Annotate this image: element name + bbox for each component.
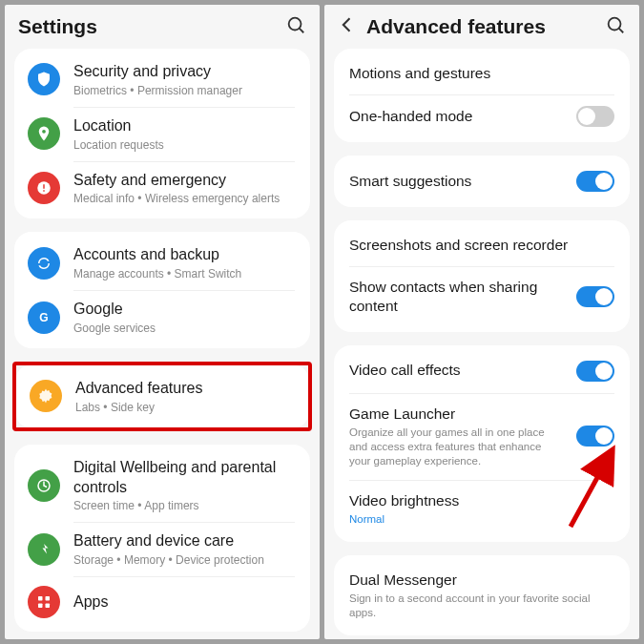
settings-panel: Settings Security and privacy Biometrics…: [5, 5, 320, 639]
group-security: Security and privacy Biometrics • Permis…: [14, 49, 310, 218]
row-smart-suggestions[interactable]: Smart suggestions: [334, 159, 630, 203]
row-sub: Biometrics • Permission manager: [73, 84, 297, 97]
row-body: Accounts and backup Manage accounts • Sm…: [73, 245, 297, 280]
advanced-features-panel: Advanced features Motions and gestures O…: [324, 5, 639, 639]
row-motions-gestures[interactable]: Motions and gestures: [334, 52, 630, 94]
toggle-game-launcher[interactable]: [576, 426, 614, 447]
row-dual-messenger[interactable]: Dual Messenger Sign in to a second accou…: [334, 559, 630, 632]
row-title: Video brightness: [349, 491, 614, 510]
svg-point-2: [42, 130, 46, 134]
header: Advanced features: [324, 5, 639, 49]
row-title: One-handed mode: [349, 107, 563, 126]
row-title: Google: [73, 300, 297, 320]
row-security-privacy[interactable]: Security and privacy Biometrics • Permis…: [14, 52, 310, 107]
row-sub: Location requests: [73, 138, 297, 152]
row-title: Smart suggestions: [349, 172, 563, 191]
group-wellbeing: Digital Wellbeing and parental controls …: [14, 445, 310, 632]
row-body: Apps: [73, 592, 297, 613]
battery-icon: [28, 533, 60, 566]
row-one-handed[interactable]: One-handed mode: [334, 94, 630, 138]
row-advanced-features[interactable]: Advanced features Labs • Side key: [16, 369, 308, 424]
toggle-video-call-effects[interactable]: [576, 361, 614, 382]
row-sub: Screen time • App timers: [73, 499, 297, 512]
row-body: Battery and device care Storage • Memory…: [73, 531, 297, 567]
row-title: Video call effects: [349, 361, 563, 380]
row-sub: Medical info • Wireless emergency alerts: [73, 192, 297, 205]
page-title: Advanced features: [366, 15, 595, 38]
highlight-box: Advanced features Labs • Side key: [12, 362, 312, 431]
row-sub: Labs • Side key: [75, 401, 295, 414]
row-body: Advanced features Labs • Side key: [75, 379, 295, 414]
row-video-call-effects[interactable]: Video call effects: [334, 349, 630, 393]
group-motions: Motions and gestures One-handed mode: [334, 49, 630, 142]
alert-icon: [28, 172, 60, 204]
row-title: Motions and gestures: [349, 64, 614, 83]
row-title: Digital Wellbeing and parental controls: [73, 458, 297, 498]
group-video: Video call effects Game Launcher Organiz…: [334, 345, 630, 542]
svg-rect-5: [43, 190, 45, 192]
row-sub: Normal: [349, 512, 614, 527]
row-show-contacts[interactable]: Show contacts when sharing content: [334, 266, 630, 327]
row-body: Safety and emergency Medical info • Wire…: [73, 171, 297, 206]
toggle-one-handed[interactable]: [576, 106, 614, 127]
svg-rect-10: [46, 596, 51, 601]
svg-text:G: G: [39, 310, 48, 323]
wellbeing-icon: [28, 469, 60, 502]
group-smart: Smart suggestions: [334, 156, 630, 207]
row-body: Google Google services: [73, 300, 297, 335]
google-icon: G: [28, 301, 60, 334]
row-sub: Sign in to a second account in your favo…: [349, 592, 614, 620]
row-body: Location Location requests: [73, 116, 297, 152]
row-title: Accounts and backup: [73, 245, 297, 265]
row-title: Security and privacy: [73, 62, 297, 82]
group-screenshots: Screenshots and screen recorder Show con…: [334, 220, 630, 331]
row-apps[interactable]: Apps: [14, 576, 310, 628]
row-safety-emergency[interactable]: Safety and emergency Medical info • Wire…: [14, 161, 310, 216]
row-title: Game Launcher: [349, 405, 563, 424]
row-digital-wellbeing[interactable]: Digital Wellbeing and parental controls …: [14, 448, 310, 523]
row-google[interactable]: G Google Google services: [14, 290, 310, 344]
header: Settings: [5, 5, 320, 49]
row-title: Show contacts when sharing content: [349, 278, 563, 316]
settings-list: Security and privacy Biometrics • Permis…: [5, 49, 320, 639]
row-battery-care[interactable]: Battery and device care Storage • Memory…: [14, 522, 310, 576]
svg-rect-4: [43, 184, 45, 189]
svg-line-1: [300, 29, 304, 33]
row-title: Screenshots and screen recorder: [349, 236, 614, 255]
page-title: Settings: [18, 15, 276, 38]
row-title: Advanced features: [75, 379, 295, 399]
row-sub: Organize all your games all in one place…: [349, 426, 563, 468]
row-game-launcher[interactable]: Game Launcher Organize all your games al…: [334, 393, 630, 480]
back-icon[interactable]: [338, 15, 357, 38]
row-title: Apps: [73, 592, 297, 613]
svg-rect-11: [38, 604, 43, 609]
row-accounts-backup[interactable]: Accounts and backup Manage accounts • Sm…: [14, 236, 310, 290]
row-screenshots-recorder[interactable]: Screenshots and screen recorder: [334, 224, 630, 266]
row-body: Digital Wellbeing and parental controls …: [73, 458, 297, 513]
gear-icon: [30, 380, 62, 412]
svg-rect-12: [46, 604, 51, 609]
svg-line-14: [619, 29, 624, 33]
advanced-list: Motions and gestures One-handed mode Sma…: [324, 49, 639, 639]
row-sub: Manage accounts • Smart Switch: [73, 267, 297, 280]
shield-icon: [28, 63, 60, 95]
row-video-brightness[interactable]: Video brightness Normal: [334, 480, 630, 538]
group-advanced: Advanced features Labs • Side key: [16, 365, 308, 427]
search-icon[interactable]: [285, 14, 306, 39]
row-sub: Google services: [73, 322, 297, 335]
row-title: Safety and emergency: [73, 171, 297, 191]
row-body: Security and privacy Biometrics • Permis…: [73, 62, 297, 97]
svg-point-0: [289, 18, 301, 31]
toggle-smart-suggestions[interactable]: [576, 171, 614, 192]
sync-icon: [28, 247, 60, 280]
toggle-show-contacts[interactable]: [576, 286, 614, 307]
row-sub: Storage • Memory • Device protection: [73, 553, 297, 567]
row-title: Location: [73, 116, 297, 136]
apps-icon: [28, 586, 60, 618]
svg-point-13: [609, 18, 621, 31]
search-icon[interactable]: [605, 14, 626, 39]
group-dual: Dual Messenger Sign in to a second accou…: [334, 555, 630, 635]
row-title: Battery and device care: [73, 531, 297, 551]
group-accounts: Accounts and backup Manage accounts • Sm…: [14, 232, 310, 348]
row-location[interactable]: Location Location requests: [14, 107, 310, 161]
